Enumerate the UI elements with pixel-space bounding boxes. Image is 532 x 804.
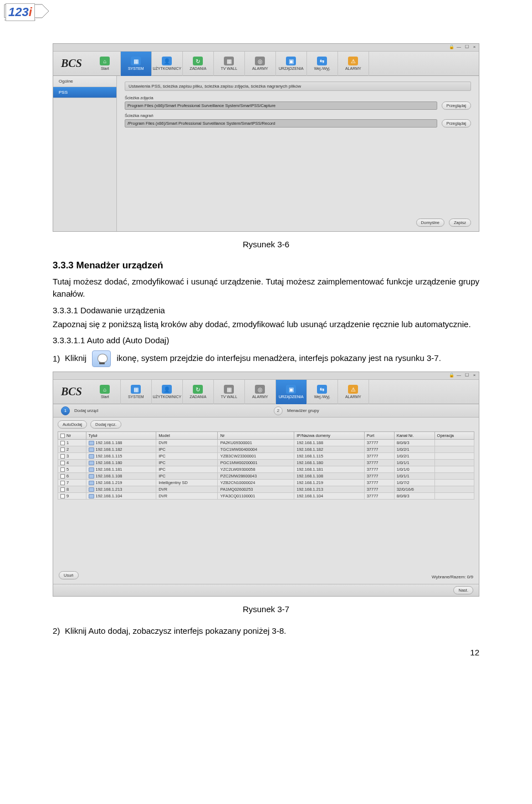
device-icon xyxy=(89,487,94,492)
sidebar-item-ogólne[interactable]: Ogólne xyxy=(53,76,116,87)
nav-label: ALARMY xyxy=(345,395,361,399)
window-titlebar: 🔒 — ☐ × xyxy=(53,372,479,380)
step-number: 1) xyxy=(53,353,65,365)
table-cell: DVR xyxy=(156,440,218,446)
nav-label: SYSTEM xyxy=(128,67,144,70)
table-cell: 1/0/1/1 xyxy=(394,460,434,466)
nav-item-u-ytkownicy[interactable]: 👤UŻYTKOWNICY xyxy=(152,52,183,76)
delete-button[interactable]: Usuń xyxy=(59,571,79,579)
capture-path-input[interactable]: Program Files (x86)/Smart Professional S… xyxy=(125,101,437,110)
content-area: Ustawienia PSS, ścieżka zapisu pliku, śc… xyxy=(117,76,479,231)
checkbox[interactable] xyxy=(60,474,65,479)
table-header[interactable]: Operacja xyxy=(434,432,474,440)
table-cell: 192.168.1.181 xyxy=(86,466,156,473)
nav-item-start[interactable]: ⌂Start xyxy=(90,52,121,76)
table-header[interactable]: IP/Nazwa domeny xyxy=(294,432,364,440)
table-cell: 37777 xyxy=(364,473,394,480)
table-cell: 6 xyxy=(58,473,86,480)
nav-icon: ▦ xyxy=(224,385,234,394)
checkbox[interactable] xyxy=(60,467,65,472)
nav-item-alarmy[interactable]: ◎ALARMY xyxy=(245,380,276,404)
table-cell: 37777 xyxy=(364,460,394,466)
screenshot-device-manager: 🔒 — ☐ × BCS ⌂Start▦SYSTEM👤UŻYTKOWNICY↻ZA… xyxy=(53,372,479,597)
table-cell xyxy=(434,460,474,466)
nav-item-tv-wall[interactable]: ▦TV WALL xyxy=(214,380,245,404)
nav-label: URZĄDZENIA xyxy=(279,395,304,399)
maximize-icon[interactable]: ☐ xyxy=(464,373,469,378)
browse-button[interactable]: Przeglądaj xyxy=(442,101,471,110)
close-icon[interactable]: × xyxy=(472,45,477,49)
table-cell: PA2KU09300001 xyxy=(218,440,294,446)
checkbox[interactable] xyxy=(60,481,65,485)
lock-icon[interactable]: 🔒 xyxy=(449,45,453,49)
checkbox[interactable] xyxy=(60,447,65,452)
table-row[interactable]: 4192.168.1.180IPCPGC1MW00200001192.168.1… xyxy=(58,460,474,466)
checkbox[interactable] xyxy=(60,434,65,438)
wizard-steps: 1 Dodaj urząd 2 Menadżer grupy xyxy=(53,404,479,418)
default-button[interactable]: Domyślne xyxy=(416,218,444,227)
checkbox[interactable] xyxy=(60,454,65,459)
checkbox[interactable] xyxy=(60,461,65,465)
record-path-input[interactable]: /Program Files (x86)/Smart Professional … xyxy=(125,119,437,128)
table-row[interactable]: 9192.168.1.104DVRYFA3CQ01100001192.168.1… xyxy=(58,493,474,500)
nav-item-wej-wyj-[interactable]: ⇆Wej./Wyj. xyxy=(307,380,338,404)
table-cell: 192.168.1.182 xyxy=(294,446,364,453)
nav-item-alarmy[interactable]: ◎ALARMY xyxy=(245,52,276,76)
table-row[interactable]: 7192.168.1.219Intelligentny SDYZB2CN1000… xyxy=(58,480,474,486)
nav-icon: ▣ xyxy=(286,385,296,394)
sidebar-item-pss[interactable]: PSS xyxy=(53,87,116,98)
lock-icon[interactable]: 🔒 xyxy=(449,373,453,378)
nav-icon: ↻ xyxy=(193,385,203,394)
table-header[interactable]: Nr xyxy=(218,432,294,440)
nav-item-wej-wyj-[interactable]: ⇆Wej./Wyj. xyxy=(307,52,338,76)
device-manager-icon[interactable] xyxy=(92,350,111,367)
nav-item-zadania[interactable]: ↻ZADANIA xyxy=(183,380,214,404)
device-table: NrTytułModelNrIP/Nazwa domenyPortKanał N… xyxy=(58,431,474,500)
nav-item-start[interactable]: ⌂Start xyxy=(90,380,121,404)
manual-add-button[interactable]: Dodaj ręcz. xyxy=(90,420,121,429)
auto-add-button[interactable]: AutoDodaj xyxy=(58,420,87,429)
app-topbar: BCS ⌂Start▦SYSTEM👤UŻYTKOWNICY↻ZADANIA▦TV… xyxy=(53,52,479,76)
minimize-icon[interactable]: — xyxy=(457,373,461,378)
nav-item-zadania[interactable]: ↻ZADANIA xyxy=(183,52,214,76)
table-row[interactable]: 8192.168.1.213DVRPA1MQ02600253192.168.1.… xyxy=(58,486,474,493)
maximize-icon[interactable]: ☐ xyxy=(464,45,469,49)
table-row[interactable]: 5192.168.1.181IPCYZC2LW09300058192.168.1… xyxy=(58,466,474,473)
nav-item-tv-wall[interactable]: ▦TV WALL xyxy=(214,52,245,76)
table-header[interactable]: Port xyxy=(364,432,394,440)
nav-item-urz-dzenia[interactable]: ▣URZĄDZENIA xyxy=(276,52,307,76)
nav-label: SYSTEM xyxy=(128,395,144,399)
browse-button[interactable]: Przeglądaj xyxy=(442,119,471,128)
close-icon[interactable]: × xyxy=(472,373,477,378)
next-button[interactable]: Nast. xyxy=(453,586,473,594)
step-circle-1[interactable]: 1 xyxy=(61,406,70,415)
checkbox[interactable] xyxy=(60,441,65,445)
table-row[interactable]: 1192.168.1.188DVRPA2KU09300001192.168.1.… xyxy=(58,440,474,446)
table-header[interactable]: Tytuł xyxy=(86,432,156,440)
logo-123i: 123i xyxy=(6,3,35,21)
col-header: IP/Nazwa domeny xyxy=(296,433,330,438)
nav-item-u-ytkownicy[interactable]: 👤UŻYTKOWNICY xyxy=(152,380,183,404)
nav-item-urz-dzenia[interactable]: ▣URZĄDZENIA xyxy=(276,380,307,404)
nav-item-system[interactable]: ▦SYSTEM xyxy=(121,380,152,404)
nav-label: TV WALL xyxy=(221,395,237,399)
nav-item-system[interactable]: ▦SYSTEM xyxy=(121,52,152,76)
table-header[interactable]: Model xyxy=(156,432,218,440)
nav-icon: ◎ xyxy=(255,385,265,394)
checkbox[interactable] xyxy=(60,487,65,492)
minimize-icon[interactable]: — xyxy=(457,45,461,49)
step-circle-2[interactable]: 2 xyxy=(274,406,283,415)
nav-item-alarmy[interactable]: ⚠ALARMY xyxy=(338,52,369,76)
table-header[interactable]: Kanał Nr. xyxy=(394,432,434,440)
subheading-add-device: 3.3.3.1 Dodawanie urządzenia xyxy=(53,306,479,315)
table-cell: 192.168.1.219 xyxy=(86,480,156,486)
table-row[interactable]: 2192.168.1.182IPCTGC1MW00400004192.168.1… xyxy=(58,446,474,453)
nav-label: ZADANIA xyxy=(190,395,206,399)
checkbox[interactable] xyxy=(60,494,65,498)
save-button[interactable]: Zapisz xyxy=(449,218,471,227)
table-row[interactable]: 6192.168.1.108IPCPZC2MW28600043192.168.1… xyxy=(58,473,474,480)
table-row[interactable]: 3192.168.1.115IPCYZB3CW23300001192.168.1… xyxy=(58,453,474,460)
nav-item-alarmy[interactable]: ⚠ALARMY xyxy=(338,380,369,404)
table-cell: 2 xyxy=(58,446,86,453)
table-header[interactable]: Nr xyxy=(58,432,86,440)
